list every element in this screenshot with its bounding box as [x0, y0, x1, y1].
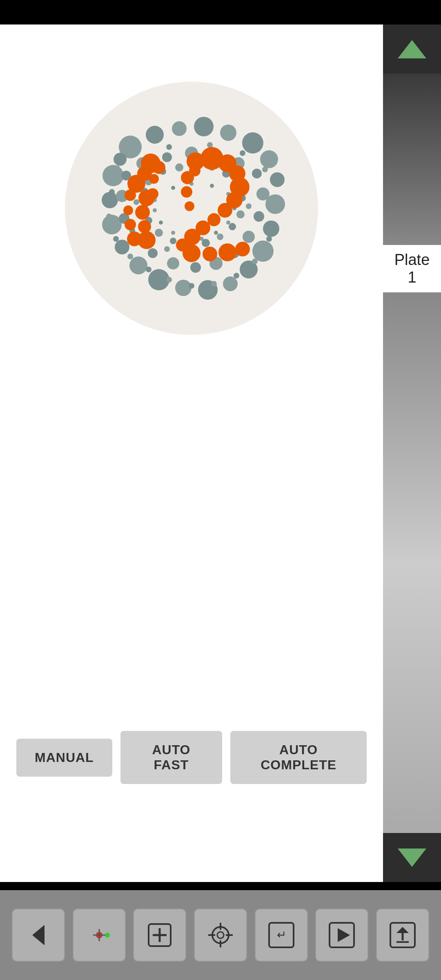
svg-point-49: [236, 210, 245, 218]
svg-point-18: [115, 240, 129, 254]
svg-point-21: [102, 165, 124, 186]
svg-point-67: [207, 142, 213, 148]
toolbar: ↵: [0, 890, 441, 980]
scroll-up-button[interactable]: [383, 24, 441, 74]
svg-point-122: [218, 243, 236, 261]
cursor-button[interactable]: [73, 909, 126, 962]
svg-point-76: [146, 267, 151, 272]
svg-point-31: [243, 231, 255, 243]
add-icon: [145, 921, 174, 949]
svg-point-69: [262, 167, 268, 172]
svg-point-80: [109, 189, 115, 195]
svg-marker-128: [32, 925, 45, 945]
svg-point-63: [164, 246, 170, 252]
svg-point-125: [181, 186, 192, 198]
svg-point-13: [223, 276, 238, 291]
svg-point-83: [171, 186, 175, 190]
svg-point-36: [148, 248, 158, 258]
svg-point-108: [127, 232, 142, 246]
svg-point-116: [207, 213, 220, 226]
scroll-track-top: [383, 74, 441, 245]
svg-point-72: [234, 273, 239, 278]
svg-point-77: [127, 254, 133, 259]
svg-point-130: [105, 933, 110, 938]
svg-point-79: [106, 214, 112, 219]
top-bar: [0, 0, 441, 24]
svg-point-115: [218, 203, 232, 218]
svg-point-11: [252, 241, 274, 262]
crosshair-icon: [206, 921, 235, 949]
svg-point-24: [162, 152, 172, 162]
svg-point-15: [175, 280, 192, 296]
svg-point-7: [260, 150, 278, 168]
svg-point-81: [114, 165, 120, 171]
svg-point-74: [189, 283, 194, 289]
svg-point-61: [246, 203, 252, 209]
svg-point-85: [210, 184, 214, 188]
back-icon: [24, 921, 53, 949]
svg-text:↵: ↵: [276, 929, 286, 941]
svg-point-17: [129, 256, 147, 274]
add-button[interactable]: [133, 909, 186, 962]
svg-point-93: [159, 220, 163, 225]
svg-point-5: [220, 125, 236, 141]
svg-point-10: [263, 220, 279, 237]
play-button[interactable]: [315, 909, 368, 962]
scroll-down-button[interactable]: [383, 833, 441, 882]
plate-label-area: Plate 1: [383, 245, 441, 292]
svg-point-20: [102, 192, 118, 208]
svg-point-94: [153, 208, 157, 212]
svg-point-105: [125, 189, 136, 201]
svg-point-123: [235, 242, 250, 256]
ishihara-plate: [49, 57, 334, 343]
svg-point-103: [149, 174, 159, 184]
scroll-track-bottom: [383, 292, 441, 833]
scrollbar: Plate 1: [383, 24, 441, 882]
svg-point-2: [146, 126, 164, 144]
svg-marker-148: [396, 927, 409, 933]
main-content-area: MANUAL AUTO FAST AUTO COMPLETE: [0, 24, 383, 882]
svg-point-19: [102, 215, 122, 234]
svg-point-43: [175, 163, 183, 172]
crosshair-button[interactable]: [194, 909, 247, 962]
svg-point-89: [214, 231, 218, 235]
settings-exit-button[interactable]: ↵: [255, 909, 308, 962]
svg-point-88: [226, 220, 230, 225]
plate-label: Plate 1: [394, 251, 430, 286]
svg-point-54: [170, 238, 176, 244]
svg-point-8: [270, 172, 285, 187]
svg-point-51: [217, 234, 223, 240]
svg-point-102: [147, 188, 158, 200]
manual-button[interactable]: MANUAL: [16, 739, 112, 777]
svg-point-126: [185, 201, 194, 211]
svg-point-55: [155, 229, 163, 237]
svg-point-22: [114, 153, 127, 166]
svg-point-120: [183, 244, 200, 262]
svg-point-3: [172, 121, 187, 136]
svg-point-137: [217, 932, 224, 938]
svg-point-104: [152, 161, 165, 174]
upload-button[interactable]: [376, 909, 429, 962]
svg-point-70: [266, 236, 272, 242]
auto-complete-button[interactable]: AUTO COMPLETE: [230, 731, 367, 784]
svg-point-28: [252, 169, 262, 178]
svg-point-68: [240, 150, 245, 156]
upload-icon: [388, 921, 417, 949]
svg-point-121: [203, 247, 217, 261]
svg-point-4: [194, 117, 214, 136]
auto-fast-button[interactable]: AUTO FAST: [120, 731, 223, 784]
svg-point-73: [211, 281, 217, 287]
svg-point-30: [254, 211, 264, 222]
svg-point-107: [125, 219, 136, 230]
svg-point-29: [256, 187, 270, 200]
svg-point-50: [229, 223, 236, 230]
cursor-icon: [85, 921, 114, 949]
settings-exit-icon: ↵: [267, 921, 296, 949]
mode-buttons-container: MANUAL AUTO FAST AUTO COMPLETE: [0, 723, 383, 792]
svg-point-6: [242, 132, 263, 154]
svg-point-75: [166, 277, 172, 283]
back-button[interactable]: [12, 909, 65, 962]
svg-point-35: [167, 257, 179, 270]
svg-point-71: [252, 258, 258, 264]
svg-point-59: [134, 199, 139, 205]
